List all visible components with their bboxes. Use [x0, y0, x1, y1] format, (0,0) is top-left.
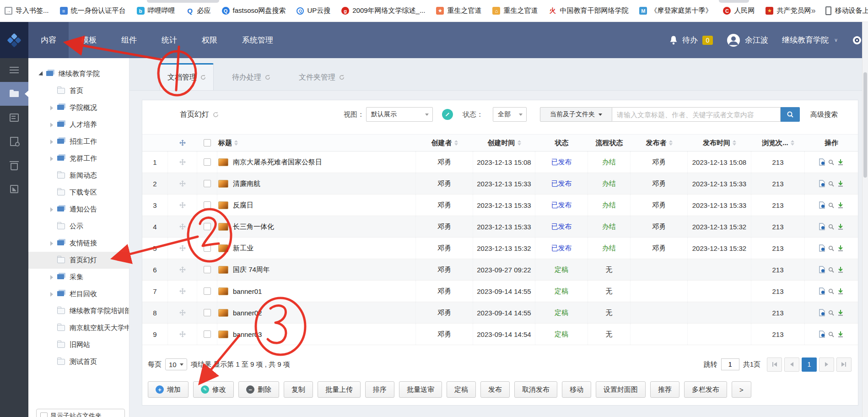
search-input[interactable] — [612, 107, 781, 122]
sort-icon[interactable] — [518, 140, 521, 146]
header-views[interactable]: 浏览次... — [751, 135, 805, 151]
site-name[interactable]: 继续教育学院 — [782, 35, 829, 45]
nav-menu-item[interactable]: 统计 — [149, 22, 189, 58]
bookmark[interactable]: 哔哩哔哩 — [137, 6, 175, 15]
sort-icon[interactable] — [669, 140, 673, 146]
preview-doc-icon[interactable] — [819, 223, 825, 230]
view-magnifier-icon[interactable] — [828, 224, 834, 230]
row-checkbox[interactable] — [204, 180, 211, 187]
nav-menu-item[interactable]: 内容 — [28, 22, 69, 58]
download-icon[interactable] — [837, 309, 844, 316]
tree-expand-icon[interactable] — [49, 190, 55, 195]
nav-menu-item[interactable]: 系统管理 — [230, 22, 286, 58]
toolbar-button[interactable]: 增加 — [148, 381, 189, 398]
tree-item[interactable]: 继续教育学院培训部网站 — [28, 303, 129, 320]
tree-expand-icon[interactable] — [49, 156, 55, 162]
tree-expand-icon[interactable] — [49, 359, 55, 365]
tree-item[interactable]: 南京航空航天大学中外合作 — [28, 320, 129, 336]
bookmark[interactable]: 中国教育干部网络学院 — [549, 6, 628, 15]
row-checkbox[interactable] — [204, 244, 211, 252]
preview-doc-icon[interactable] — [819, 201, 825, 209]
document-title[interactable]: 长三角一体化 — [233, 222, 274, 231]
toolbar-button[interactable]: 设置封面图 — [596, 381, 646, 398]
edit-view-icon[interactable] — [442, 109, 453, 120]
tree-expand-icon[interactable] — [49, 241, 55, 246]
tree-expand-icon[interactable] — [49, 258, 55, 263]
tree-expand-icon[interactable] — [49, 325, 55, 331]
select-all-checkbox[interactable] — [204, 139, 211, 146]
tree-item[interactable]: 党群工作 — [28, 150, 129, 167]
rail-item[interactable] — [0, 82, 28, 106]
checkbox[interactable] — [40, 412, 48, 417]
tree-item[interactable]: 首页幻灯 — [28, 252, 129, 269]
tree-item[interactable]: 下载专区 — [28, 184, 129, 201]
document-title[interactable]: 反腐日 — [233, 201, 253, 210]
preview-doc-icon[interactable] — [819, 180, 825, 187]
eye-target-icon[interactable] — [852, 35, 863, 46]
mobile-bookmarks[interactable]: 移动设备上的书签 — [825, 6, 868, 15]
header-created[interactable]: 创建时间 — [473, 135, 535, 151]
tree-item[interactable]: 继续教育学院 — [28, 65, 129, 82]
table-row[interactable]: 5 新工业 邓勇 2023-12-13 15:32 已发布 办结 邓勇 2023… — [142, 238, 858, 259]
search-scope-dropdown[interactable]: 当前及子文件夹 — [540, 107, 612, 122]
tree-item[interactable]: 招生工作 — [28, 133, 129, 150]
toolbar-button[interactable]: 排序 — [365, 381, 394, 398]
row-checkbox[interactable] — [204, 223, 211, 230]
drag-move-icon[interactable] — [168, 259, 197, 280]
document-title[interactable]: banner01 — [233, 287, 262, 295]
current-page-button[interactable]: 1 — [802, 357, 817, 372]
table-row[interactable]: 8 banner02 邓勇 2023-09-14 14:55 定稿 无 — [142, 302, 858, 324]
document-title[interactable]: banner03 — [233, 330, 262, 338]
rail-item[interactable] — [0, 153, 28, 177]
todo-label[interactable]: 待办 — [682, 35, 698, 45]
toolbar-button[interactable]: 批量送审 — [399, 381, 442, 398]
refresh-icon[interactable] — [213, 112, 219, 118]
view-magnifier-icon[interactable] — [828, 310, 834, 316]
refresh-icon[interactable] — [200, 75, 206, 80]
scrollbar-thumb[interactable] — [863, 72, 867, 178]
tree-expand-icon[interactable] — [49, 88, 55, 94]
header-published[interactable]: 发布时间 — [688, 135, 751, 151]
preview-doc-icon[interactable] — [819, 266, 825, 273]
table-row[interactable]: 6 国庆 74周年 邓勇 2023-09-27 09:22 定稿 无 — [142, 259, 858, 281]
row-checkbox[interactable] — [204, 201, 211, 209]
header-creator[interactable]: 创建者 — [416, 135, 473, 151]
download-icon[interactable] — [837, 159, 844, 166]
header-title[interactable]: 标题 — [217, 135, 416, 151]
bookmark[interactable]: 统一身份认证平台 — [60, 6, 126, 15]
prev-page-button[interactable] — [784, 357, 799, 372]
rail-item[interactable] — [0, 58, 28, 82]
toolbar-button[interactable]: 定稿 — [447, 381, 476, 398]
sort-icon[interactable] — [234, 140, 238, 146]
view-magnifier-icon[interactable] — [828, 288, 834, 294]
tree-item[interactable]: 栏目回收 — [28, 286, 129, 303]
tree-item[interactable]: 公示 — [28, 218, 129, 235]
user-name[interactable]: 余江波 — [745, 35, 768, 45]
download-icon[interactable] — [837, 180, 844, 187]
tree-item[interactable]: 通知公告 — [28, 201, 129, 218]
drag-move-icon[interactable] — [168, 195, 197, 216]
tree-item[interactable]: 学院概况 — [28, 99, 129, 116]
tree-item[interactable]: 友情链接 — [28, 235, 129, 252]
tree-item[interactable]: 旧网站 — [28, 336, 129, 353]
tree-expand-icon[interactable] — [49, 122, 55, 128]
toolbar-button[interactable]: 推荐 — [650, 381, 679, 398]
tree-item[interactable]: 采集 — [28, 269, 129, 286]
refresh-icon[interactable] — [265, 75, 270, 80]
toolbar-button[interactable]: 取消发布 — [514, 381, 557, 398]
tab[interactable]: 文件夹管理 — [289, 65, 355, 90]
move-all-icon[interactable] — [168, 135, 197, 151]
nav-menu-item[interactable]: 模板 — [69, 22, 109, 58]
preview-doc-icon[interactable] — [819, 287, 825, 295]
bookmark[interactable]: UP云搜 — [297, 6, 330, 15]
table-row[interactable]: 1 南京大屠杀死难者国家公祭日 邓勇 2023-12-13 15:08 已发布 … — [142, 152, 858, 173]
bookmark[interactable]: 导入书签... — [5, 6, 49, 15]
nav-menu-item[interactable]: 组件 — [109, 22, 149, 58]
toolbar-button[interactable]: 删除 — [238, 381, 279, 398]
tree-item[interactable]: 新闻动态 — [28, 167, 129, 184]
bookmark[interactable]: 重生之官道 — [492, 6, 538, 15]
bookmarks-overflow-chevron-icon[interactable]: » — [811, 6, 815, 16]
tree-item[interactable]: 测试首页 — [28, 353, 129, 370]
header-publisher[interactable]: 发布者 — [631, 135, 688, 151]
bookmark[interactable]: fastsoso网盘搜索 — [222, 6, 286, 15]
